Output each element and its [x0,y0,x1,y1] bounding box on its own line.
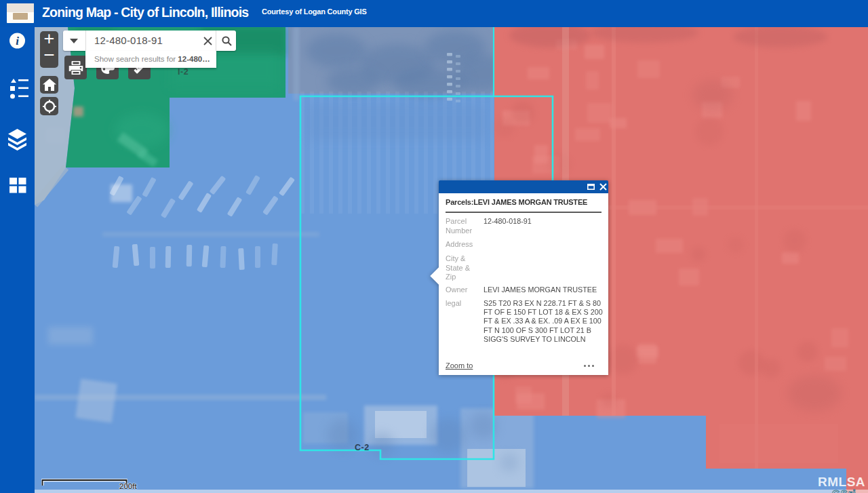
svg-text:I-2: I-2 [178,67,189,77]
svg-text:i: i [16,35,19,47]
svg-text:C-2: C-2 [355,443,370,452]
